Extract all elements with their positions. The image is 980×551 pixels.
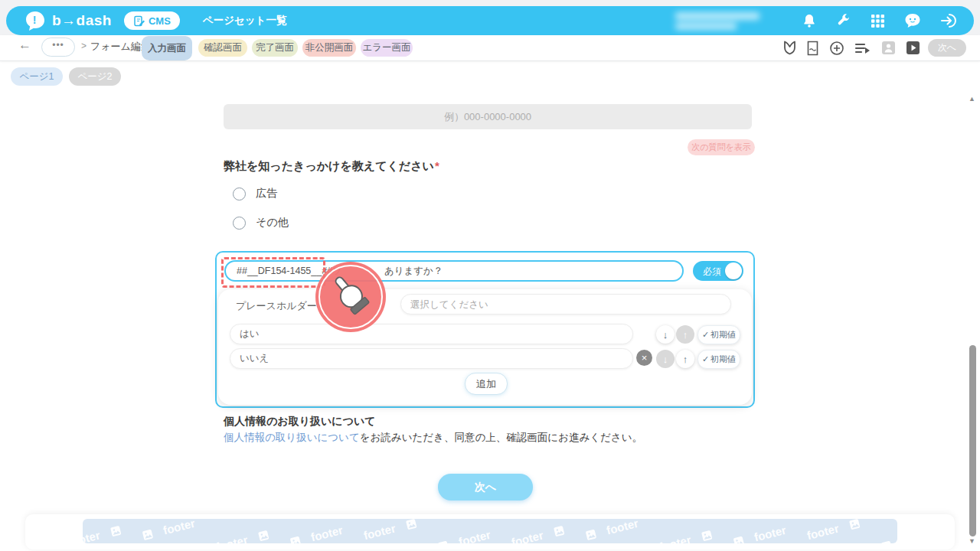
move-down-button-disabled[interactable]: ↓ bbox=[656, 350, 675, 368]
footer-watermark: footer bbox=[362, 519, 418, 542]
phone-input[interactable] bbox=[224, 104, 752, 129]
radio-label: 広告 bbox=[256, 187, 277, 201]
speech-bubble-exclamation-icon: ! bbox=[24, 11, 46, 31]
radio-button[interactable] bbox=[233, 217, 246, 230]
move-up-button-disabled[interactable]: ↑ bbox=[676, 325, 694, 344]
image-icon bbox=[404, 519, 417, 530]
radio-option-row: その他 bbox=[233, 216, 289, 230]
highlight-dashed-box bbox=[221, 257, 325, 288]
default-value-button[interactable]: ✓ 初期値 bbox=[697, 350, 740, 369]
image-icon bbox=[584, 528, 597, 541]
tab-complete-screen[interactable]: 完了画面 bbox=[252, 39, 298, 57]
brand-logo[interactable]: ! b→dash bbox=[24, 11, 112, 31]
html-file-icon[interactable] bbox=[806, 41, 819, 56]
bell-icon[interactable] bbox=[802, 13, 817, 28]
required-toggle-label: 必須 bbox=[703, 266, 721, 279]
add-circle-icon[interactable] bbox=[829, 41, 844, 56]
privacy-text: 個人情報の取り扱いについてをお読みいただき、同意の上、確認画面にお進みください。 bbox=[224, 431, 642, 445]
next-question-badge: 次の質問を表示 bbox=[688, 139, 755, 155]
beginner-mark-icon[interactable] bbox=[783, 41, 796, 55]
back-arrow-icon[interactable]: ← bbox=[18, 37, 31, 53]
svg-text:!: ! bbox=[33, 14, 37, 26]
footer-watermark: footer bbox=[658, 528, 714, 543]
image-icon bbox=[552, 524, 565, 537]
cms-badge[interactable]: CMS bbox=[124, 11, 180, 30]
privacy-link[interactable]: 個人情報の取り扱いについて bbox=[224, 432, 360, 443]
chat-mascot-icon[interactable] bbox=[904, 13, 921, 28]
check-icon: ✓ bbox=[702, 330, 709, 340]
footer-watermark: footer bbox=[805, 519, 861, 542]
footer-watermark: footer bbox=[879, 528, 897, 543]
footer-watermark: footer bbox=[510, 523, 566, 543]
video-icon[interactable] bbox=[906, 41, 920, 55]
toolbar-icon-group bbox=[783, 35, 920, 60]
question-title: 弊社を知ったきっかけを教えてください* bbox=[224, 159, 439, 174]
option-input-2[interactable] bbox=[230, 348, 633, 369]
submit-next-button[interactable]: 次へ bbox=[438, 474, 533, 500]
add-option-button[interactable]: 追加 bbox=[465, 373, 508, 395]
question-text-suffix: ありますか？ bbox=[384, 265, 443, 278]
page-tab-1[interactable]: ページ1 bbox=[11, 67, 63, 86]
image-icon bbox=[700, 529, 713, 542]
toggle-knob bbox=[725, 262, 742, 279]
tab-private-screen[interactable]: 非公開画面 bbox=[302, 39, 356, 57]
required-asterisk: * bbox=[435, 159, 439, 172]
radio-button[interactable] bbox=[233, 187, 246, 201]
radio-label: その他 bbox=[256, 216, 289, 230]
footer-band: footerfooterfooterfooterfooterfooterfoot… bbox=[83, 519, 897, 543]
footer-watermark: footer bbox=[140, 519, 196, 542]
pointer-hand-icon bbox=[315, 262, 386, 332]
footer-watermark-tiles: footerfooterfooterfooterfooterfooterfoot… bbox=[83, 519, 897, 543]
check-icon: ✓ bbox=[702, 354, 709, 364]
footer-watermark: footer bbox=[731, 523, 787, 543]
image-icon bbox=[880, 540, 893, 543]
scroll-up-icon[interactable]: ▲ bbox=[969, 95, 975, 103]
header-bar: ! b→dash CMS ページセット一覧 bbox=[6, 6, 974, 35]
scrollbar-thumb[interactable] bbox=[969, 345, 976, 536]
image-icon bbox=[436, 540, 449, 543]
placeholder-input[interactable] bbox=[400, 294, 731, 315]
placeholder-label: プレースホルダー bbox=[236, 299, 317, 313]
header-icon-group bbox=[802, 6, 957, 35]
required-toggle[interactable]: 必須 bbox=[693, 261, 743, 281]
page-tab-2[interactable]: ページ2 bbox=[69, 67, 121, 86]
image-icon bbox=[732, 535, 745, 543]
move-up-button[interactable]: ↑ bbox=[676, 350, 694, 368]
app-window: ! b→dash CMS ページセット一覧 ← ••• > フォーム編集 入力画… bbox=[0, 0, 980, 551]
logo-text: b→dash bbox=[52, 12, 112, 29]
option-input-1[interactable] bbox=[230, 324, 633, 344]
image-icon bbox=[848, 519, 861, 530]
delete-option-button[interactable]: × bbox=[636, 350, 652, 366]
image-icon bbox=[256, 529, 270, 542]
image-icon bbox=[141, 528, 154, 541]
footer-watermark: footer bbox=[583, 519, 639, 542]
person-icon[interactable] bbox=[881, 41, 896, 55]
footer-watermark: footer bbox=[288, 523, 344, 543]
default-value-button[interactable]: ✓ 初期値 bbox=[697, 325, 740, 344]
toolbar-next-button[interactable]: 次へ bbox=[928, 39, 966, 57]
breadcrumb-separator: > bbox=[81, 41, 87, 51]
clipboard-pen-icon bbox=[133, 15, 145, 27]
privacy-title: 個人情報のお取り扱いについて bbox=[224, 415, 376, 429]
tab-input-screen[interactable]: 入力画面 bbox=[142, 36, 192, 60]
move-down-button[interactable]: ↓ bbox=[656, 325, 675, 344]
cms-label: CMS bbox=[149, 15, 171, 27]
toolbar: ← ••• > フォーム編集 入力画面 確認画面 完了画面 非公開画面 エラー画… bbox=[0, 35, 980, 61]
image-icon bbox=[289, 535, 302, 543]
apps-grid-icon[interactable] bbox=[871, 14, 885, 28]
footer-watermark: footer bbox=[83, 523, 122, 543]
wrench-icon[interactable] bbox=[836, 13, 851, 28]
playlist-icon[interactable] bbox=[854, 41, 871, 55]
user-name-blurred bbox=[668, 11, 782, 31]
nav-title[interactable]: ページセット一覧 bbox=[203, 14, 287, 28]
tab-confirm-screen[interactable]: 確認画面 bbox=[198, 39, 247, 57]
breadcrumb-ellipsis[interactable]: ••• bbox=[41, 37, 75, 57]
footer-watermark: footer bbox=[214, 528, 270, 543]
logout-icon[interactable] bbox=[940, 13, 957, 28]
footer-watermark: footer bbox=[436, 528, 492, 543]
scroll-down-icon[interactable]: ▼ bbox=[969, 537, 975, 545]
radio-option-row: 広告 bbox=[233, 187, 277, 201]
tab-error-screen[interactable]: エラー画面 bbox=[361, 39, 413, 57]
image-icon bbox=[109, 524, 122, 537]
footer-card: footerfooterfooterfooterfooterfooterfoot… bbox=[25, 514, 955, 549]
